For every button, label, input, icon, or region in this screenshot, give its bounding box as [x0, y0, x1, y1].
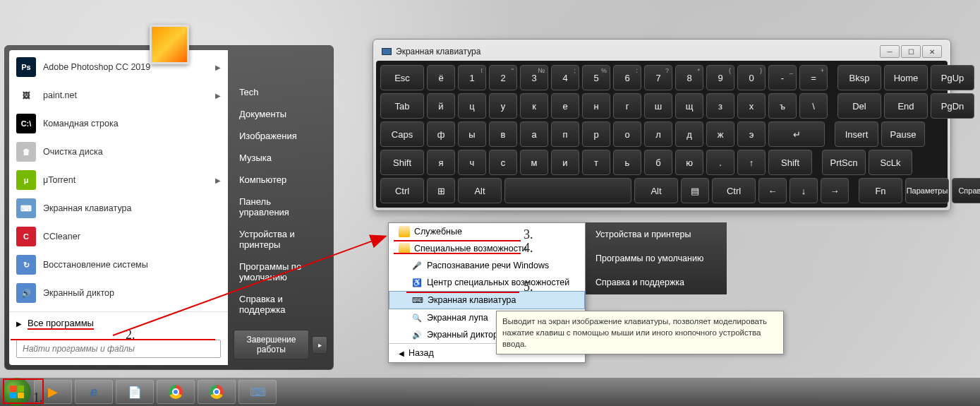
osk-key[interactable]: 2": [489, 65, 517, 90]
taskbar-chrome-2[interactable]: [198, 380, 236, 404]
osk-key[interactable]: 0): [737, 65, 766, 90]
taskbar-chrome-1[interactable]: [157, 380, 195, 404]
start-right-item[interactable]: Устройства и принтеры: [228, 223, 333, 256]
close-button[interactable]: ✕: [922, 45, 942, 58]
osk-key[interactable]: ш: [644, 93, 672, 119]
osk-key[interactable]: Ctrl: [712, 178, 756, 203]
program-item[interactable]: CCCleaner: [9, 222, 228, 251]
minimize-button[interactable]: ─: [880, 45, 900, 58]
osk-key[interactable]: PgDn: [931, 93, 974, 119]
osk-key[interactable]: з: [706, 93, 734, 119]
osk-key[interactable]: Fn: [859, 178, 902, 203]
osk-key[interactable]: Shift: [768, 150, 812, 175]
osk-key[interactable]: п: [551, 121, 579, 147]
osk-key[interactable]: ю: [675, 150, 703, 175]
osk-key[interactable]: ж: [706, 121, 734, 147]
osk-key[interactable]: ь: [613, 150, 641, 175]
osk-key[interactable]: е: [551, 93, 579, 119]
program-item[interactable]: ⌨Экранная клавиатура: [9, 194, 228, 222]
maximize-button[interactable]: ☐: [901, 45, 921, 58]
program-item[interactable]: 🗑Очистка диска: [9, 138, 228, 166]
osk-key[interactable]: 4;: [551, 65, 579, 90]
osk-key[interactable]: Alt: [458, 178, 502, 203]
osk-key[interactable]: ф: [427, 121, 455, 147]
osk-key[interactable]: ▤: [681, 178, 709, 203]
osk-key[interactable]: д: [675, 121, 703, 147]
osk-key[interactable]: ←: [758, 178, 787, 203]
osk-key[interactable]: щ: [675, 93, 703, 119]
osk-key[interactable]: у: [489, 93, 517, 119]
osk-key[interactable]: ↑: [737, 150, 766, 175]
osk-key[interactable]: PrtScn: [822, 150, 866, 175]
shutdown-button[interactable]: Завершение работы: [234, 330, 309, 359]
start-right-item[interactable]: Изображения: [228, 125, 333, 147]
osk-key[interactable]: ъ: [768, 93, 797, 119]
osk-key[interactable]: ы: [458, 121, 486, 147]
program-item[interactable]: C:\Командная строка: [9, 109, 228, 138]
osk-key[interactable]: и: [551, 150, 579, 175]
osk-key[interactable]: Ctrl: [380, 178, 424, 203]
osk-key[interactable]: \: [799, 93, 828, 119]
taskbar-ie[interactable]: e: [75, 380, 113, 404]
osk-key[interactable]: 5%: [582, 65, 610, 90]
program-item[interactable]: 🔊Экранный диктор: [9, 279, 228, 307]
osk-key[interactable]: а: [520, 121, 548, 147]
osk-key[interactable]: Pause: [881, 121, 925, 147]
osk-key[interactable]: 7?: [644, 65, 672, 90]
start-right-item[interactable]: Tech: [228, 81, 333, 103]
osk-key[interactable]: ё: [427, 65, 455, 90]
osk-key[interactable]: в: [489, 121, 517, 147]
osk-key[interactable]: ц: [458, 93, 486, 119]
osk-key[interactable]: Bksp: [837, 65, 881, 90]
shutdown-options-button[interactable]: ▸: [312, 336, 327, 354]
start-right-item[interactable]: Справка и поддержка: [228, 288, 333, 321]
submenu-folder[interactable]: Служебные: [389, 223, 585, 240]
osk-key[interactable]: 8*: [675, 65, 703, 90]
program-item[interactable]: 🖼paint.net▶: [9, 81, 228, 109]
submenu-app[interactable]: 🎤Распознавание речи Windows: [389, 257, 585, 274]
program-item[interactable]: ↻Восстановление системы: [9, 251, 228, 279]
taskbar-osk[interactable]: ⌨: [238, 380, 277, 404]
program-item[interactable]: PsAdobe Photoshop CC 2019▶: [9, 53, 228, 81]
osk-key[interactable]: =+: [799, 65, 828, 90]
start-right-item[interactable]: Панель управления: [228, 191, 333, 223]
osk-key[interactable]: [504, 178, 631, 203]
osk-key[interactable]: ↵: [768, 121, 825, 147]
submenu-app[interactable]: ♿Центр специальных возможностей: [389, 274, 585, 291]
all-programs-button[interactable]: ▶ Все программы: [9, 311, 228, 335]
start-right-item[interactable]: Программы по умолчанию: [228, 256, 333, 288]
osk-key[interactable]: Alt: [634, 178, 678, 203]
osk-key[interactable]: →: [821, 178, 849, 203]
osk-key[interactable]: Shift: [380, 150, 424, 175]
osk-key[interactable]: .: [706, 150, 734, 175]
osk-key[interactable]: р: [582, 121, 610, 147]
osk-key[interactable]: 1!: [458, 65, 486, 90]
osk-key[interactable]: ч: [458, 150, 486, 175]
osk-key[interactable]: я: [427, 150, 455, 175]
osk-key[interactable]: End: [884, 93, 928, 119]
osk-key[interactable]: ⊞: [427, 178, 455, 203]
osk-key[interactable]: Tab: [380, 93, 424, 119]
osk-key[interactable]: 9(: [706, 65, 734, 90]
osk-key[interactable]: н: [582, 93, 610, 119]
start-right-item[interactable]: Музыка: [228, 147, 333, 169]
submenu-right-item[interactable]: Справка и поддержка: [586, 270, 727, 294]
osk-key[interactable]: й: [427, 93, 455, 119]
osk-key[interactable]: Справка: [952, 178, 980, 203]
taskbar-writer[interactable]: 📄: [116, 380, 154, 404]
start-right-item[interactable]: Документы: [228, 103, 333, 125]
osk-key[interactable]: ScLk: [869, 150, 912, 175]
submenu-folder[interactable]: Специальные возможности: [389, 240, 585, 257]
osk-key[interactable]: г: [613, 93, 641, 119]
osk-key[interactable]: PgUp: [931, 65, 974, 90]
osk-key[interactable]: ↓: [790, 178, 818, 203]
osk-key[interactable]: э: [737, 121, 766, 147]
osk-key[interactable]: Esc: [380, 65, 424, 90]
osk-key[interactable]: Insert: [835, 121, 878, 147]
osk-key[interactable]: б: [644, 150, 672, 175]
start-right-item[interactable]: Компьютер: [228, 169, 333, 191]
osk-key[interactable]: 3№: [520, 65, 548, 90]
osk-key[interactable]: х: [737, 93, 766, 119]
osk-titlebar[interactable]: Экранная клавиатура ─ ☐ ✕: [376, 42, 948, 61]
osk-key[interactable]: -_: [768, 65, 797, 90]
